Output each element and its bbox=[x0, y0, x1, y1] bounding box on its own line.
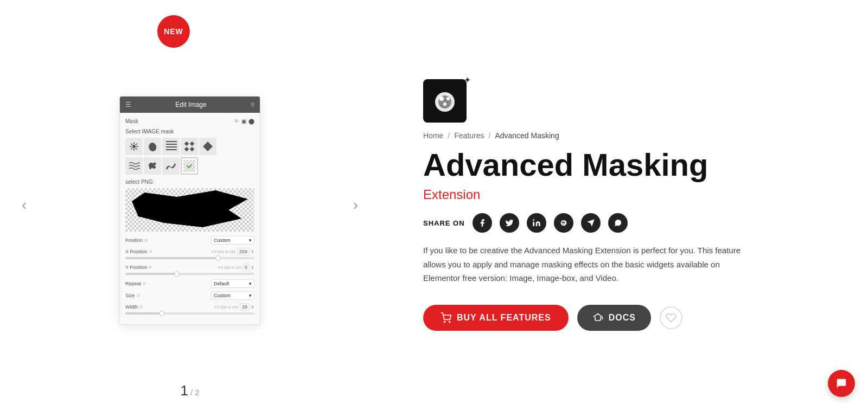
left-panel: NEW ‹ ☰ Edit Image ⠿ Mask 👁 ▣ ⬤ Select bbox=[0, 0, 380, 410]
svg-point-19 bbox=[439, 97, 444, 101]
y-value[interactable]: 0 bbox=[242, 264, 250, 271]
svg-rect-9 bbox=[190, 147, 194, 151]
app-icon: ✦ bbox=[423, 79, 467, 123]
svg-point-13 bbox=[154, 163, 156, 165]
share-row: SHARE ON bbox=[423, 213, 825, 233]
size-select[interactable]: Custom ▾ bbox=[211, 291, 254, 300]
y-units: PX EM % VH bbox=[218, 266, 241, 270]
mask-icons-row1 bbox=[125, 138, 254, 155]
mask-icon3: ⬤ bbox=[248, 118, 254, 124]
y-value-box: 0 ⬍ bbox=[242, 264, 254, 271]
position-label: Position ⊙ bbox=[125, 238, 148, 243]
twitter-icon[interactable] bbox=[500, 213, 519, 233]
svg-point-11 bbox=[152, 165, 156, 169]
mask-cell-waves[interactable] bbox=[125, 157, 143, 175]
x-units: PX EM % VW bbox=[212, 250, 235, 254]
cart-icon bbox=[441, 312, 451, 323]
y-slider-thumb[interactable] bbox=[174, 271, 180, 277]
breadcrumb: Home / Features / Advanced Masking bbox=[423, 131, 825, 140]
size-label: Size ⊙ bbox=[125, 293, 140, 298]
mask-row: Mask 👁 ▣ ⬤ bbox=[125, 118, 254, 124]
current-page: 1 bbox=[180, 382, 188, 399]
mask-cell-flower[interactable] bbox=[125, 138, 143, 155]
width-slider-track[interactable] bbox=[125, 312, 254, 315]
repeat-select[interactable]: Default ▾ bbox=[211, 279, 254, 288]
sparkle-icon: ✦ bbox=[464, 75, 471, 85]
y-position-label: Y Position ⊙ bbox=[125, 265, 152, 270]
y-slider-track[interactable] bbox=[125, 273, 254, 275]
svg-point-24 bbox=[449, 321, 450, 322]
menu-icon: ☰ bbox=[125, 101, 131, 108]
svg-point-1 bbox=[148, 142, 157, 152]
feature-description: If you like to be creative the Advanced … bbox=[423, 244, 749, 285]
position-select[interactable]: Custom ▾ bbox=[211, 236, 254, 245]
x-slider-fill bbox=[125, 257, 218, 259]
whatsapp-icon[interactable] bbox=[608, 213, 628, 233]
repeat-row: Repeat ⊙ Default ▾ bbox=[125, 279, 254, 288]
x-slider-track[interactable] bbox=[125, 257, 254, 259]
mask-icons-row2 bbox=[125, 157, 254, 175]
grid-icon: ⠿ bbox=[251, 102, 254, 108]
mask-cell-brush[interactable] bbox=[162, 157, 180, 175]
width-label: Width ⊙ bbox=[125, 304, 143, 310]
x-value-box: 269 ⬍ bbox=[237, 248, 254, 255]
breadcrumb-sep2: / bbox=[489, 131, 491, 140]
next-arrow[interactable]: › bbox=[348, 191, 363, 219]
x-value[interactable]: 269 bbox=[237, 248, 250, 255]
new-badge: NEW bbox=[157, 15, 190, 48]
svg-point-21 bbox=[443, 102, 446, 106]
mask-cell-diamonds[interactable] bbox=[181, 138, 198, 155]
mask-cell-lines-diag[interactable] bbox=[162, 138, 180, 155]
prev-arrow[interactable]: ‹ bbox=[16, 191, 32, 219]
share-label: SHARE ON bbox=[423, 219, 465, 227]
facebook-icon[interactable] bbox=[473, 213, 492, 233]
docs-button[interactable]: DOCS bbox=[577, 305, 651, 331]
mask-cell-large-diamond[interactable] bbox=[199, 138, 216, 155]
svg-rect-6 bbox=[184, 142, 189, 146]
svg-point-23 bbox=[444, 321, 445, 322]
telegram-icon[interactable] bbox=[581, 213, 601, 233]
width-slider-fill bbox=[125, 312, 162, 315]
mockup-header: ☰ Edit Image ⠿ bbox=[120, 97, 260, 113]
breadcrumb-features[interactable]: Features bbox=[454, 131, 484, 140]
position-info-icon: ⊙ bbox=[144, 238, 148, 243]
svg-rect-8 bbox=[184, 147, 189, 151]
png-preview bbox=[125, 188, 254, 232]
y-slider-fill bbox=[125, 273, 177, 275]
chat-icon bbox=[835, 377, 847, 389]
skype-icon[interactable] bbox=[554, 213, 573, 233]
mockup-body: Mask 👁 ▣ ⬤ Select IMAGE mask bbox=[120, 113, 260, 324]
svg-rect-7 bbox=[190, 142, 194, 146]
chat-bubble[interactable] bbox=[828, 370, 855, 397]
position-row: Position ⊙ Custom ▾ bbox=[125, 236, 254, 245]
png-brush-stroke bbox=[125, 188, 254, 232]
mask-icon2: ▣ bbox=[241, 118, 246, 124]
y-position-slider-row: Y Position ⊙ PX EM % VH 0 ⬍ bbox=[125, 264, 254, 275]
mockup-title: Edit Image bbox=[131, 101, 251, 108]
mask-cell-splatter[interactable] bbox=[144, 157, 161, 175]
width-slider-thumb[interactable] bbox=[159, 311, 164, 316]
breadcrumb-sep1: / bbox=[448, 131, 450, 140]
total-pages: / 2 bbox=[190, 388, 200, 397]
docs-label: DOCS bbox=[609, 313, 636, 323]
mask-cell-blob[interactable] bbox=[144, 138, 161, 155]
image-mask-label: Select IMAGE mask bbox=[125, 129, 254, 134]
size-row: Size ⊙ Custom ▾ bbox=[125, 291, 254, 300]
svg-point-0 bbox=[132, 145, 136, 148]
action-row: BUY ALL FEATURES DOCS bbox=[423, 305, 825, 331]
feature-type: Extension bbox=[423, 187, 825, 202]
buy-button[interactable]: BUY ALL FEATURES bbox=[423, 305, 569, 331]
docs-icon bbox=[592, 312, 603, 323]
width-value[interactable]: 39 bbox=[240, 303, 250, 311]
svg-point-22 bbox=[533, 220, 534, 221]
x-slider-thumb[interactable] bbox=[215, 255, 221, 261]
app-mockup: ☰ Edit Image ⠿ Mask 👁 ▣ ⬤ Select IMAGE m… bbox=[119, 96, 260, 325]
mask-icon1: 👁 bbox=[234, 118, 239, 124]
mask-cell-selected[interactable] bbox=[181, 157, 198, 175]
wishlist-button[interactable] bbox=[660, 306, 682, 329]
breadcrumb-home[interactable]: Home bbox=[423, 131, 443, 140]
width-value-box: 39 ⬍ bbox=[240, 303, 254, 311]
linkedin-icon[interactable] bbox=[527, 213, 546, 233]
app-logo-svg bbox=[432, 88, 458, 114]
new-badge-text: NEW bbox=[164, 27, 183, 36]
